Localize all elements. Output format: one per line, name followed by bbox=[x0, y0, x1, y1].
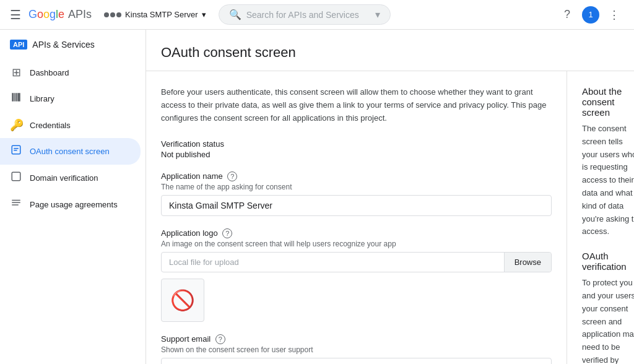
application-logo-help-icon[interactable]: ? bbox=[222, 228, 232, 238]
topbar: ☰ Google APIs Kinsta SMTP Server ▾ 🔍 Sea… bbox=[0, 0, 634, 30]
sidebar-item-dashboard[interactable]: ⊞ Dashboard bbox=[0, 59, 141, 85]
content-body: Before your users authenticate, this con… bbox=[146, 71, 634, 364]
project-icon bbox=[104, 12, 121, 17]
sidebar-item-label: Domain verification bbox=[30, 173, 98, 183]
application-logo-label: Application logo ? bbox=[161, 228, 552, 238]
verification-status-value: Not published bbox=[161, 150, 552, 159]
domain-verification-icon bbox=[10, 171, 22, 185]
layout: API APIs & Services ⊞ Dashboard Library … bbox=[0, 30, 634, 364]
svg-rect-1 bbox=[14, 93, 15, 102]
sidebar-item-label: Dashboard bbox=[30, 68, 69, 77]
library-icon bbox=[10, 92, 22, 106]
support-email-sublabel: Shown on the consent screen for user sup… bbox=[161, 345, 552, 354]
google-apis-logo: Google APIs bbox=[28, 8, 92, 21]
project-selector[interactable]: Kinsta SMTP Server ▾ bbox=[99, 7, 211, 22]
verification-status-group: Verification status Not published bbox=[161, 139, 552, 159]
verification-status-label: Verification status bbox=[161, 139, 552, 149]
application-name-sublabel: The name of the app asking for consent bbox=[161, 183, 552, 191]
logo-upload-placeholder: Local file for upload bbox=[162, 253, 504, 272]
application-logo-sublabel: An image on the consent screen that will… bbox=[161, 240, 552, 248]
sidebar-nav: ⊞ Dashboard Library 🔑 Credentials OAuth … bbox=[0, 54, 145, 223]
svg-rect-2 bbox=[15, 93, 17, 102]
intro-text: Before your users authenticate, this con… bbox=[161, 86, 552, 124]
svg-rect-3 bbox=[17, 93, 20, 102]
credentials-icon: 🔑 bbox=[10, 118, 22, 132]
no-image-icon: 🚫 bbox=[170, 288, 195, 312]
consent-screen-text: The consent screen tells your users who … bbox=[582, 123, 634, 238]
page-title: OAuth consent screen bbox=[161, 45, 619, 61]
svg-rect-10 bbox=[12, 204, 19, 206]
support-email-select-wrapper: crn001@gmail.com bbox=[161, 358, 552, 364]
logo-preview: 🚫 bbox=[161, 279, 204, 322]
sidebar-item-domain-verification[interactable]: Domain verification bbox=[0, 165, 141, 191]
info-section: About the consent screen The consent scr… bbox=[567, 71, 634, 364]
sidebar-item-credentials[interactable]: 🔑 Credentials bbox=[0, 112, 141, 138]
svg-rect-7 bbox=[12, 172, 20, 181]
search-input[interactable]: Search for APIs and Services bbox=[246, 10, 371, 20]
main-content: OAuth consent screen Before your users a… bbox=[146, 30, 634, 364]
apis-label: APIs bbox=[68, 8, 92, 21]
project-name: Kinsta SMTP Server bbox=[125, 10, 198, 19]
application-name-label: Application name ? bbox=[161, 171, 552, 181]
sidebar-title: APIs & Services bbox=[32, 40, 94, 50]
page-usage-icon bbox=[10, 197, 22, 212]
sidebar-item-oauth-consent[interactable]: OAuth consent screen bbox=[0, 138, 141, 165]
application-logo-group: Application logo ? An image on the conse… bbox=[161, 228, 552, 322]
sidebar-item-label: OAuth consent screen bbox=[30, 147, 110, 156]
svg-rect-8 bbox=[12, 200, 20, 201]
support-email-help-icon[interactable]: ? bbox=[215, 334, 225, 344]
svg-rect-6 bbox=[14, 150, 17, 151]
oauth-verification-heading: OAuth verification bbox=[582, 251, 634, 272]
oauth-consent-icon bbox=[10, 144, 22, 158]
api-badge: API bbox=[10, 40, 27, 50]
content-header: OAuth consent screen bbox=[146, 30, 634, 71]
svg-rect-9 bbox=[12, 202, 20, 204]
browse-button[interactable]: Browse bbox=[504, 253, 551, 272]
application-name-help-icon[interactable]: ? bbox=[227, 171, 237, 181]
consent-screen-heading: About the consent screen bbox=[582, 86, 634, 118]
avatar[interactable]: 1 bbox=[582, 6, 599, 24]
form-section: Before your users authenticate, this con… bbox=[146, 71, 567, 364]
svg-rect-0 bbox=[12, 93, 14, 102]
sidebar-item-library[interactable]: Library bbox=[0, 85, 141, 112]
help-button[interactable]: ? bbox=[557, 5, 577, 25]
sidebar-item-label: Credentials bbox=[30, 121, 71, 130]
application-name-group: Application name ? The name of the app a… bbox=[161, 171, 552, 216]
sidebar-header: API APIs & Services bbox=[0, 30, 145, 54]
search-dropdown-icon: ▾ bbox=[375, 9, 380, 20]
sidebar-item-page-usage[interactable]: Page usage agreements bbox=[0, 191, 141, 218]
support-email-label: Support email ? bbox=[161, 334, 552, 344]
sidebar-item-label: Page usage agreements bbox=[30, 200, 118, 209]
dashboard-icon: ⊞ bbox=[10, 66, 22, 79]
project-dropdown-icon: ▾ bbox=[202, 10, 206, 19]
support-email-select[interactable]: crn001@gmail.com bbox=[161, 358, 552, 364]
support-email-group: Support email ? Shown on the consent scr… bbox=[161, 334, 552, 364]
application-name-input[interactable] bbox=[161, 195, 552, 216]
menu-icon[interactable]: ☰ bbox=[10, 7, 21, 22]
svg-rect-5 bbox=[14, 148, 19, 149]
sidebar-item-label: Library bbox=[30, 94, 54, 103]
search-icon: 🔍 bbox=[229, 9, 241, 20]
logo-upload-row: Local file for upload Browse bbox=[161, 252, 552, 272]
google-logo: Google bbox=[28, 8, 64, 21]
oauth-intro-text: To protect you and your users, your cons… bbox=[582, 277, 634, 364]
sidebar: API APIs & Services ⊞ Dashboard Library … bbox=[0, 30, 146, 364]
topbar-actions: ? 1 ⋮ bbox=[557, 5, 624, 25]
more-button[interactable]: ⋮ bbox=[604, 5, 624, 25]
search-bar[interactable]: 🔍 Search for APIs and Services ▾ bbox=[219, 4, 391, 25]
